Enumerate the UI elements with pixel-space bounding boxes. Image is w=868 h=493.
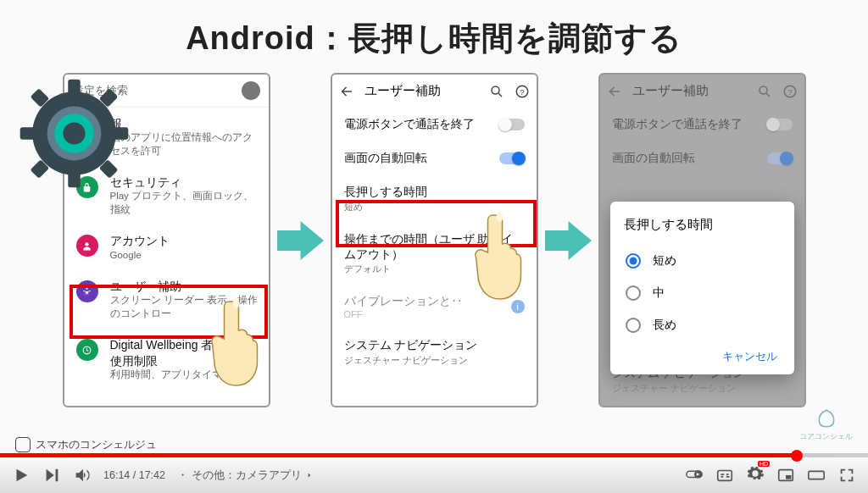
channel-logo-icon: [15, 437, 31, 452]
video-player-frame: Android：長押し時間を調節する: [0, 0, 868, 493]
player-controls: 16:14 / 17:42 ・その他：カメラアプリ HD: [0, 457, 868, 493]
miniplayer-button[interactable]: [776, 466, 795, 485]
row-action-timeout[interactable]: 操作までの時間（ユーザ 助タイムアウト）デフォルト: [332, 223, 537, 285]
avatar-icon: [242, 81, 260, 100]
search-icon[interactable]: [757, 84, 772, 99]
screen-2-accessibility: ユーザー補助 ? 電源ボタンで通話を終了 画面の自動回転 長押しする時間短め 操…: [331, 73, 538, 407]
svg-text:?: ?: [787, 86, 793, 96]
svg-point-12: [85, 242, 88, 246]
play-button[interactable]: [12, 466, 31, 485]
svg-point-13: [86, 287, 87, 289]
channel-watermark: スマホのコンシェルジュ: [15, 437, 157, 452]
svg-rect-28: [809, 471, 824, 479]
fullscreen-button[interactable]: [837, 466, 856, 485]
dialog-title: 長押しする時間: [624, 217, 781, 233]
radio-icon: [626, 318, 641, 333]
option-long[interactable]: 長め: [624, 309, 781, 341]
accessibility-header: ユーザー補助 ?: [600, 75, 804, 108]
back-arrow-icon[interactable]: [339, 84, 354, 99]
theater-button[interactable]: [807, 466, 826, 485]
time-display: 16:14 / 17:42: [103, 469, 165, 481]
next-button[interactable]: [42, 466, 61, 485]
settings-item-accessibility[interactable]: ユーザー補助スクリーン リーダー 表示、操作のコントロー: [64, 270, 269, 329]
svg-rect-27: [786, 475, 791, 479]
settings-item-wellbeing[interactable]: Digital Wellbeing 者による使用制限利用時間、アプリタイマ: [64, 329, 269, 390]
svg-rect-2: [68, 170, 81, 187]
cancel-button[interactable]: キャンセル: [722, 350, 777, 363]
settings-item-account[interactable]: アカウントGoogle: [64, 224, 269, 270]
slide-content: Android：長押し時間を調節する: [0, 0, 868, 493]
row-auto-rotate[interactable]: 画面の自動回転: [332, 141, 537, 175]
help-icon[interactable]: ?: [515, 84, 530, 99]
captions-button[interactable]: [715, 466, 734, 485]
help-icon[interactable]: ?: [782, 84, 798, 99]
radio-selected-icon: [626, 253, 641, 269]
svg-point-20: [760, 86, 767, 94]
option-medium[interactable]: 中: [624, 277, 781, 309]
row-vibration[interactable]: バイブレーションと‥OFFi: [332, 285, 537, 329]
svg-rect-4: [111, 127, 128, 140]
slide-title: Android：長押し時間を調節する: [25, 17, 843, 60]
arrow-right-icon: [545, 219, 592, 262]
toggle-on[interactable]: [499, 152, 525, 164]
svg-text:?: ?: [520, 86, 525, 96]
toggle-off[interactable]: [499, 119, 525, 130]
wellbeing-icon: [76, 339, 98, 361]
row-long-press-time[interactable]: 長押しする時間短め: [332, 175, 537, 222]
svg-point-16: [492, 86, 499, 94]
back-arrow-icon[interactable]: [607, 84, 622, 99]
long-press-dialog: 長押しする時間 短め 中 長め キャンセル: [610, 202, 794, 374]
row-auto-rotate: 画面の自動回転: [600, 141, 804, 175]
row-system-nav[interactable]: システム ナビゲーションジェスチャー ナビゲーション: [332, 329, 537, 375]
search-icon[interactable]: [489, 84, 504, 99]
svg-rect-25: [718, 471, 732, 481]
chapter-link[interactable]: ・その他：カメラアプリ: [177, 468, 314, 483]
volume-button[interactable]: [73, 466, 92, 485]
autoplay-toggle[interactable]: [685, 464, 704, 486]
chevron-right-icon: [305, 471, 314, 479]
radio-icon: [626, 285, 641, 301]
row-end-call-power: 電源ボタンで通話を終了: [600, 108, 804, 141]
accessibility-icon: [76, 280, 98, 302]
option-short[interactable]: 短め: [624, 245, 781, 277]
hd-badge: HD: [758, 461, 770, 467]
svg-rect-1: [68, 80, 81, 97]
info-icon: i: [511, 300, 525, 313]
settings-button[interactable]: HD: [746, 464, 765, 486]
row-end-call-power[interactable]: 電源ボタンで通話を終了: [332, 108, 537, 141]
account-icon: [76, 235, 98, 257]
accessibility-header: ユーザー補助 ?: [332, 75, 537, 108]
svg-rect-3: [20, 127, 37, 140]
brand-logo: コアコンシェル: [799, 407, 853, 442]
screen-3-dialog: ユーザー補助 ? 電源ボタンで通話を終了 画面の自動回転 OFF システム ナビ…: [598, 73, 806, 407]
settings-gear-illustration: [13, 72, 136, 198]
svg-point-11: [63, 122, 85, 144]
arrow-right-icon: [277, 219, 324, 262]
